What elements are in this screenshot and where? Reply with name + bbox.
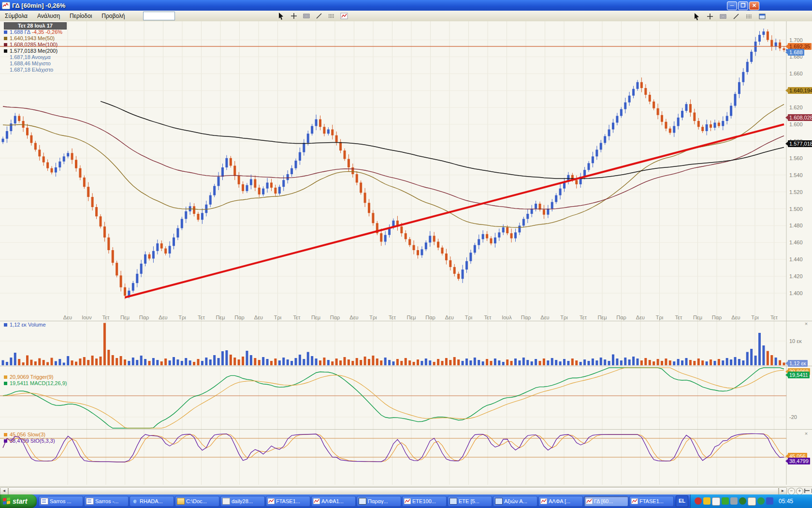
network-icon[interactable] bbox=[766, 497, 773, 505]
svg-text:Τρι: Τρι bbox=[751, 314, 759, 320]
chat-bubble-icon[interactable] bbox=[712, 497, 720, 506]
svg-text:Παρ: Παρ bbox=[330, 314, 340, 320]
window-tool-icon[interactable] bbox=[757, 12, 767, 21]
volume-pane-close-icon[interactable]: × bbox=[803, 321, 809, 327]
svg-text:1.620: 1.620 bbox=[789, 105, 803, 110]
symbol-input[interactable] bbox=[143, 12, 175, 20]
svg-text:Παρ: Παρ bbox=[234, 314, 245, 320]
chart-canvas[interactable]: ΔευΙουνΤετΠεμΠαρΔευΤριΤετΠεμΠαρΔευΤριΤετ… bbox=[0, 21, 812, 486]
taskbar-task-4[interactable]: daily28... bbox=[220, 496, 265, 507]
taskbar-task-9[interactable]: ΕΤΕ [5... bbox=[448, 496, 492, 507]
svg-text:Παρ: Παρ bbox=[425, 314, 435, 320]
window-titlebar: ΓΔ [60min] -0,26% ─ ❐ ✕ bbox=[0, 0, 812, 11]
folder-icon bbox=[177, 498, 185, 505]
antivirus-shield-icon[interactable] bbox=[695, 497, 702, 505]
legend-high: 1.688,46 Μέγιστο bbox=[4, 60, 62, 67]
taskbar-task-1[interactable]: Sarros -... bbox=[84, 496, 129, 507]
cursor-tool-icon[interactable] bbox=[276, 11, 286, 21]
svg-text:Δευ: Δευ bbox=[159, 314, 167, 320]
alert-shield-icon[interactable] bbox=[703, 497, 710, 505]
task-label: Sarros ... bbox=[50, 498, 72, 504]
close-button[interactable]: ✕ bbox=[749, 1, 759, 10]
menu-view[interactable]: Προβολή bbox=[97, 12, 130, 20]
stoch-pane-close-icon[interactable]: × bbox=[803, 431, 809, 437]
trigger-line bbox=[3, 368, 784, 428]
toolbar-right bbox=[692, 12, 767, 21]
taskbar-task-8[interactable]: ΕΤΕ100... bbox=[402, 496, 447, 507]
svg-text:1.400: 1.400 bbox=[789, 290, 803, 296]
language-indicator[interactable]: EL bbox=[676, 495, 688, 507]
ma200-value-badge: 1.577,018 bbox=[788, 140, 812, 147]
taskbar-task-0[interactable]: Sarros ... bbox=[39, 496, 83, 507]
menu-symbols[interactable]: Σύμβολα bbox=[0, 12, 32, 20]
monitor-icon bbox=[495, 498, 503, 505]
svg-text:-20: -20 bbox=[789, 414, 797, 420]
legend-price-swatch bbox=[4, 30, 7, 34]
taskbar-task-12[interactable]: ΓΔ [60... bbox=[584, 496, 628, 507]
taskbar-task-6[interactable]: ΑΛΦΑ1... bbox=[311, 496, 356, 507]
line-tool-icon[interactable] bbox=[314, 11, 324, 21]
task-label: Sarros -... bbox=[95, 498, 118, 504]
start-button[interactable]: start bbox=[0, 494, 37, 508]
taskbar-task-10[interactable]: Αξιών Α... bbox=[493, 496, 537, 507]
horizontal-scrollbar[interactable]: ◄ ► − + bbox=[0, 486, 812, 495]
legend-slow: 45,056 Slow(3) bbox=[10, 432, 45, 438]
legend-ma100: 1.608,0285 Me(100) bbox=[10, 42, 58, 48]
legend-slow-swatch bbox=[4, 433, 7, 436]
taskbar-task-13[interactable]: FTASE1... bbox=[629, 496, 674, 507]
svg-text:1.460: 1.460 bbox=[789, 239, 803, 245]
crosshair-tool-icon[interactable] bbox=[289, 11, 299, 21]
grid-tool-icon[interactable] bbox=[327, 11, 336, 21]
box-tool-icon[interactable] bbox=[718, 12, 728, 21]
stoch-legend: 45,056 Slow(3) 38,4799 StO(5,3,3) bbox=[4, 432, 55, 444]
menu-periods[interactable]: Περίοδοι bbox=[65, 12, 97, 20]
mail-icon[interactable] bbox=[748, 497, 756, 506]
spybot-icon[interactable] bbox=[739, 497, 746, 505]
svg-text:1.500: 1.500 bbox=[789, 206, 803, 212]
toolbar-left bbox=[276, 11, 349, 21]
line-tool-icon[interactable] bbox=[731, 12, 741, 21]
minimize-button[interactable]: ─ bbox=[727, 1, 737, 10]
globe-icon[interactable] bbox=[757, 497, 765, 505]
zoom-out-icon[interactable]: − bbox=[788, 488, 795, 495]
updater-icon[interactable] bbox=[722, 497, 729, 505]
svg-text:Τρι: Τρι bbox=[656, 314, 664, 320]
taskbar-task-2[interactable]: eRHADA... bbox=[130, 496, 174, 507]
legend-ma200-swatch bbox=[4, 49, 7, 53]
svg-text:Τρι: Τρι bbox=[465, 314, 473, 320]
grid-tool-icon[interactable] bbox=[744, 12, 754, 21]
audio-icon[interactable] bbox=[730, 497, 738, 505]
svg-text:Παρ: Παρ bbox=[521, 314, 531, 320]
svg-text:Παρ: Παρ bbox=[712, 314, 722, 320]
menu-analysis[interactable]: Ανάλυση bbox=[32, 12, 65, 20]
box-tool-icon[interactable] bbox=[302, 11, 311, 21]
task-label: Παραγ... bbox=[368, 498, 388, 504]
doc-icon bbox=[41, 498, 48, 505]
macd-pane-close-icon[interactable]: × bbox=[803, 373, 809, 379]
svg-text:Πεμ: Πεμ bbox=[216, 314, 225, 320]
legend-ma50-swatch bbox=[4, 37, 7, 40]
taskbar-task-5[interactable]: FTASE1... bbox=[266, 496, 310, 507]
cursor-tool-icon[interactable] bbox=[692, 12, 702, 21]
window-icon bbox=[359, 498, 366, 505]
legend-ma50: 1.640,1943 Me(50) bbox=[10, 35, 55, 42]
restore-button[interactable]: ❐ bbox=[738, 1, 748, 10]
svg-text:Τρι: Τρι bbox=[560, 314, 568, 320]
svg-text:Δευ: Δευ bbox=[636, 314, 645, 320]
zoom-in-icon[interactable]: + bbox=[796, 488, 803, 495]
task-label: RHADA... bbox=[140, 498, 163, 504]
macd-line bbox=[3, 368, 784, 428]
taskbar-task-7[interactable]: Παραγ... bbox=[357, 496, 401, 507]
crosshair-date-tooltip: Τετ 28 Ιουλ 17 bbox=[4, 22, 67, 30]
legend-volume-swatch bbox=[4, 323, 7, 327]
taskbar-task-3[interactable]: C:\Doc... bbox=[175, 496, 219, 507]
svg-text:Παρ: Παρ bbox=[139, 314, 149, 320]
taskbar-task-11[interactable]: ΑΛΦΑ [... bbox=[538, 496, 583, 507]
crosshair-tool-icon[interactable] bbox=[705, 12, 715, 21]
svg-text:Δευ: Δευ bbox=[540, 314, 549, 320]
chart-tool-icon[interactable] bbox=[339, 11, 349, 21]
legend-sto: 38,4799 StO(5,3,3) bbox=[10, 438, 55, 444]
window-title: ΓΔ [60min] -0,26% bbox=[12, 2, 65, 9]
reset-zoom-icon[interactable] bbox=[804, 489, 812, 493]
menu-bar: Σύμβολα Ανάλυση Περίοδοι Προβολή bbox=[0, 11, 812, 22]
